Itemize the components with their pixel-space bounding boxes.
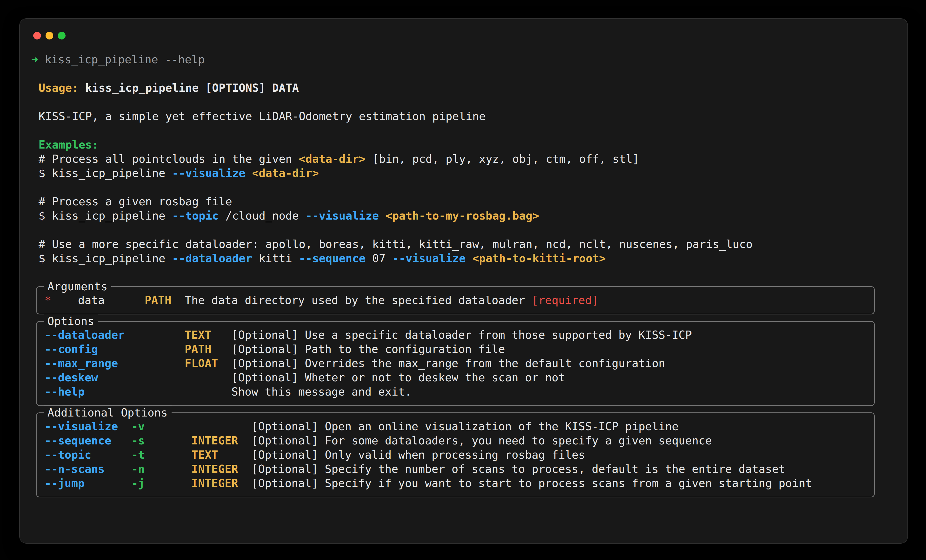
dataloader-value: kitti xyxy=(252,252,299,265)
minimize-button[interactable] xyxy=(45,32,53,39)
option-name: --topic xyxy=(45,448,131,462)
close-button[interactable] xyxy=(33,32,41,39)
option-description: [Optional] For some dataloaders, you nee… xyxy=(251,434,712,447)
prompt-command: kiss_icp_pipeline --help xyxy=(38,53,205,66)
panel-title: Additional Options xyxy=(44,406,172,420)
option-short-flag: -t xyxy=(131,448,191,462)
usage-line: Usage: kiss_icp_pipeline [OPTIONS] DATA xyxy=(31,81,896,95)
option-row: --deskew[Optional] Wheter or not to desk… xyxy=(37,371,874,385)
option-short-flag: -v xyxy=(131,420,191,433)
option-short-flag: -s xyxy=(131,433,191,448)
option-name: --config xyxy=(45,342,185,356)
option-description: [Optional] Wheter or not to deskew the s… xyxy=(232,371,565,384)
argument-row: *dataPATHThe data directory used by the … xyxy=(37,293,874,308)
option-description: [Optional] Specify if you want to start … xyxy=(251,477,812,490)
example1-comment: # Process all pointclouds in the given <… xyxy=(31,152,896,166)
example2-comment: # Process a given rosbag file xyxy=(31,195,896,209)
panel-title: Arguments xyxy=(44,279,111,294)
shell-prompt-line: ➜ kiss_icp_pipeline --help xyxy=(31,53,896,67)
sequence-value: 07 xyxy=(366,252,392,265)
option-description: [Optional] Specify the number of scans t… xyxy=(251,462,785,475)
option-row: --configPATH[Optional] Path to the confi… xyxy=(37,342,874,356)
example3-command: $ kiss_icp_pipeline --dataloader kitti -… xyxy=(31,251,896,266)
arguments-panel: Arguments *dataPATHThe data directory us… xyxy=(36,286,875,314)
option-description: [Optional] Open an online visualization … xyxy=(251,420,678,433)
option-name: --jump xyxy=(45,476,131,491)
option-name: --deskew xyxy=(45,371,185,385)
visualize-flag: --visualize xyxy=(306,209,379,222)
kitti-root-arg: <path-to-kitti-root> xyxy=(466,252,606,265)
rosbag-arg: <path-to-my-rosbag.bag> xyxy=(379,209,539,222)
option-name: --help xyxy=(45,385,185,399)
usage-label: Usage: xyxy=(39,82,79,94)
option-row: --max_rangeFLOAT[Optional] Overrides the… xyxy=(37,356,874,371)
option-row: --n-scans-nINTEGER[Optional] Specify the… xyxy=(37,462,874,476)
option-name: --n-scans xyxy=(45,462,131,476)
description-text: KISS-ICP, a simple yet effective LiDAR-O… xyxy=(39,110,486,123)
command-prefix: $ kiss_icp_pipeline xyxy=(39,167,172,180)
usage-syntax: kiss_icp_pipeline [OPTIONS] DATA xyxy=(79,82,299,94)
example3-comment: # Use a more specific dataloader: apollo… xyxy=(31,237,896,251)
option-name: --visualize xyxy=(45,420,131,433)
option-description: [Optional] Use a specific dataloader fro… xyxy=(232,328,692,341)
option-short-flag: -n xyxy=(131,462,191,476)
option-type: TEXT xyxy=(185,328,232,342)
comment-text: # Process a given rosbag file xyxy=(39,195,232,208)
command-prefix: $ kiss_icp_pipeline xyxy=(39,252,172,265)
option-row: --visualize-v[Optional] Open an online v… xyxy=(37,420,874,433)
option-type: FLOAT xyxy=(185,356,232,371)
comment-text: # Use a more specific dataloader: apollo… xyxy=(39,238,752,251)
option-description: [Optional] Only valid when processing ro… xyxy=(251,448,585,461)
description-line: KISS-ICP, a simple yet effective LiDAR-O… xyxy=(31,109,896,124)
blank-line xyxy=(31,266,896,280)
option-description: Show this message and exit. xyxy=(232,385,412,398)
sequence-flag: --sequence xyxy=(299,252,366,265)
option-name: --max_range xyxy=(45,356,185,371)
required-label: [required] xyxy=(532,294,599,307)
option-description: [Optional] Path to the configuration fil… xyxy=(232,343,505,356)
terminal-window: ➜ kiss_icp_pipeline --help Usage: kiss_i… xyxy=(19,18,908,543)
examples-heading: Examples: xyxy=(31,138,896,152)
blank-line xyxy=(31,67,896,81)
topic-flag: --topic xyxy=(172,209,219,222)
blank-line xyxy=(31,95,896,109)
option-row: --helpShow this message and exit. xyxy=(37,385,874,399)
argument-type: PATH xyxy=(145,293,185,308)
blank-line xyxy=(31,223,896,237)
option-row: --topic-tTEXT[Optional] Only valid when … xyxy=(37,448,874,462)
option-description: [Optional] Overrides the max_range from … xyxy=(232,357,665,370)
topic-value: /cloud_node xyxy=(219,209,306,222)
option-name: --dataloader xyxy=(45,328,185,342)
option-type: TEXT xyxy=(191,448,251,462)
visualize-flag: --visualize xyxy=(172,167,245,180)
example2-command: $ kiss_icp_pipeline --topic /cloud_node … xyxy=(31,209,896,223)
required-marker: * xyxy=(45,293,78,308)
window-titlebar[interactable] xyxy=(20,19,908,53)
option-row: --sequence-sINTEGER[Optional] For some d… xyxy=(37,433,874,448)
blank-line xyxy=(31,180,896,195)
visualize-flag: --visualize xyxy=(392,252,466,265)
additional-options-panel: Additional Options --visualize-v[Optiona… xyxy=(36,412,875,497)
option-type: INTEGER xyxy=(191,462,251,476)
command-prefix: $ kiss_icp_pipeline xyxy=(39,209,172,222)
option-type: INTEGER xyxy=(191,433,251,448)
blank-line xyxy=(31,124,896,138)
option-type: PATH xyxy=(185,342,232,356)
option-type: INTEGER xyxy=(191,476,251,491)
panel-title: Options xyxy=(44,314,98,328)
terminal-content[interactable]: ➜ kiss_icp_pipeline --help Usage: kiss_i… xyxy=(20,53,908,497)
data-dir-placeholder: <data-dir> xyxy=(299,152,366,165)
prompt-arrow-icon: ➜ xyxy=(31,53,38,66)
data-dir-arg: <data-dir> xyxy=(245,167,319,180)
example1-command: $ kiss_icp_pipeline --visualize <data-di… xyxy=(31,166,896,180)
examples-heading-text: Examples: xyxy=(39,138,98,151)
comment-text: [bin, pcd, ply, xyz, obj, ctm, off, stl] xyxy=(366,152,639,165)
option-row: --jump-jINTEGER[Optional] Specify if you… xyxy=(37,476,874,491)
argument-name: data xyxy=(78,293,145,308)
option-row: --dataloaderTEXT[Optional] Use a specifi… xyxy=(37,328,874,342)
zoom-button[interactable] xyxy=(58,32,65,39)
comment-text: # Process all pointclouds in the given xyxy=(39,152,299,165)
argument-description: The data directory used by the specified… xyxy=(185,294,532,307)
options-panel: Options --dataloaderTEXT[Optional] Use a… xyxy=(36,321,875,406)
option-name: --sequence xyxy=(45,433,131,448)
